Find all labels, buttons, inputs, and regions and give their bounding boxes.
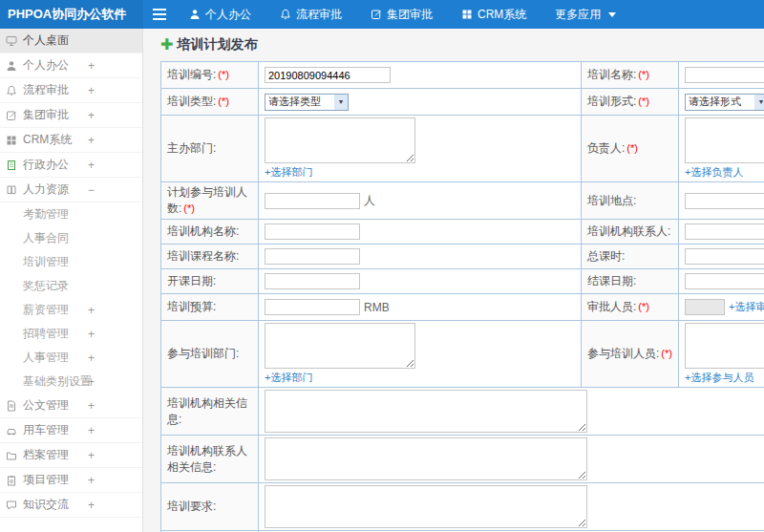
expand-plus-icon[interactable]: + [88,159,95,172]
expand-plus-icon[interactable]: + [88,449,95,462]
sidebar-subitem-recruitment[interactable]: 招聘管理 + [0,322,142,346]
select-value: 请选择类型 [265,95,321,109]
topnav-process-approval[interactable]: 流程审批 [280,7,342,23]
field-label: 培训编号: [167,68,216,81]
label-cell: 培训地点: [582,182,679,220]
org-contact-input[interactable] [685,223,764,240]
field-cell: +选择部门 [259,116,582,182]
sidebar-subitem-base-category[interactable]: 基础类别设置 + [0,370,142,394]
training-location-input[interactable] [685,193,764,209]
expand-plus-icon[interactable]: + [88,375,95,389]
expand-plus-icon[interactable]: + [88,328,95,341]
field-cell [679,62,764,89]
approver-input[interactable] [685,299,725,315]
training-requirements-textarea[interactable] [265,485,587,528]
sidebar-item-desktop[interactable]: 个人桌面 [0,29,142,53]
sidebar-item-archive-management[interactable]: 档案管理 + [0,443,142,468]
field-cell [259,436,764,483]
org-contact-info-textarea[interactable] [265,437,587,480]
expand-plus-icon[interactable]: + [88,474,95,487]
field-label: 开课日期: [167,274,216,287]
label-cell: 培训编号:(*) [161,62,259,89]
expand-plus-icon[interactable]: + [88,351,95,365]
label-cell: 培训形式:(*) [582,89,679,116]
sidebar-item-label: 培训管理 [23,254,69,270]
select-department-link[interactable]: +选择部门 [265,166,312,178]
desktop-icon [6,35,17,47]
participating-members-textarea[interactable] [685,323,764,369]
hamburger-menu-icon[interactable] [143,0,176,29]
edit-icon [371,9,382,20]
host-department-textarea[interactable] [265,117,415,163]
total-hours-input[interactable] [685,248,764,265]
sidebar-item-personal-office[interactable]: 个人办公 + [0,53,142,78]
sidebar-item-crm-system[interactable]: CRM系统 + [0,128,142,153]
edit-icon [6,110,17,121]
org-name-input[interactable] [265,223,360,240]
select-approver-link[interactable]: +选择审批人员 [729,300,764,314]
sidebar: 个人桌面 个人办公 + 流程审批 + 集团审批 + CRM系统 + [0,29,143,532]
field-cell [259,269,582,294]
sidebar-item-vehicle-management[interactable]: 用车管理 + [0,418,142,443]
topnav-group-approval[interactable]: 集团审批 [371,7,433,23]
form-row: 主办部门: +选择部门 负责人:(*) +选择负责人 [161,116,764,182]
budget-input[interactable] [265,299,360,315]
end-date-input[interactable] [685,273,764,289]
sidebar-subitem-salary-management[interactable]: 薪资管理 + [0,298,142,322]
sidebar-item-label: CRM系统 [23,132,72,148]
field-cell: RMB [259,294,582,321]
sidebar-item-label: 档案管理 [23,447,69,463]
sidebar-item-label: 人事合同 [23,230,69,246]
sidebar-item-label: 项目管理 [23,472,69,488]
sidebar-subitem-hr-contract[interactable]: 人事合同 [0,226,142,250]
sidebar-item-process-approval[interactable]: 流程审批 + [0,78,142,103]
topnav-personal-office[interactable]: 个人办公 [189,7,251,23]
required-mark: (*) [183,202,195,214]
select-members-link[interactable]: +选择参与人员 [685,372,753,383]
sidebar-item-human-resources[interactable]: 人力资源 − [0,178,142,202]
unit-label: 人 [364,193,375,209]
course-name-input[interactable] [265,248,360,265]
select-value: 请选择形式 [686,95,741,109]
sidebar-item-group-approval[interactable]: 集团审批 + [0,103,142,128]
sidebar-subitem-training-management[interactable]: 培训管理 [0,250,142,274]
expand-plus-icon[interactable]: + [88,134,95,147]
select-leader-link[interactable]: +选择负责人 [685,166,743,178]
select-department-link[interactable]: +选择部门 [265,372,312,383]
collapse-minus-icon[interactable]: − [88,183,95,197]
sidebar-item-project-management[interactable]: 项目管理 + [0,468,142,493]
training-form-select[interactable]: 请选择形式 ▼ [685,94,764,111]
expand-plus-icon[interactable]: + [88,304,95,317]
sidebar-subitem-attendance[interactable]: 考勤管理 [0,202,142,226]
field-label: 培训预算: [167,300,216,313]
training-name-input[interactable] [685,67,764,83]
topnav-crm-system[interactable]: CRM系统 [461,7,526,23]
sidebar-subitem-reward-punishment[interactable]: 奖惩记录 [0,274,142,298]
expand-plus-icon[interactable]: + [88,424,95,437]
sidebar-item-document-management[interactable]: 公文管理 + [0,394,142,418]
participating-departments-textarea[interactable] [265,323,415,369]
page-title-text: 培训计划发布 [177,36,257,53]
org-info-textarea[interactable] [265,390,587,433]
expand-plus-icon[interactable]: + [88,59,95,73]
sidebar-item-admin-office[interactable]: 行政办公 + [0,153,142,178]
participant-count-input[interactable] [265,193,360,209]
sidebar-item-knowledge-exchange[interactable]: 知识交流 + [0,493,142,518]
topnav-more-apps[interactable]: 更多应用 [555,7,616,23]
expand-plus-icon[interactable]: + [88,499,95,512]
sidebar-subitem-personnel[interactable]: 人事管理 + [0,346,142,370]
training-number-input[interactable] [265,67,391,83]
training-type-select[interactable]: 请选择类型 ▼ [265,94,349,111]
label-cell: 培训机构名称: [161,220,259,245]
document-icon [6,400,17,412]
expand-plus-icon[interactable]: + [88,399,95,413]
expand-plus-icon[interactable]: + [88,109,95,122]
label-cell: 培训预算: [161,294,259,321]
form-row: 培训预算: RMB 审批人员:(*) +选择审批人员 [161,294,764,321]
field-cell [259,220,582,245]
sidebar-item-label: 集团审批 [23,107,69,123]
leader-textarea[interactable] [685,117,764,163]
label-cell: 培训机构联系人相关信息: [161,436,259,483]
expand-plus-icon[interactable]: + [88,84,95,97]
start-date-input[interactable] [265,273,360,289]
